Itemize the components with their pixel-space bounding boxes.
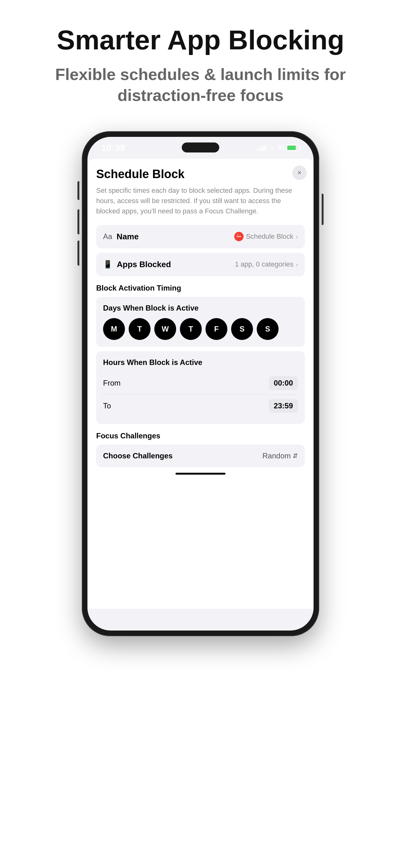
apps-blocked-row[interactable]: 📱 Apps Blocked 1 app, 0 categories › — [96, 253, 305, 276]
volume-up-button — [77, 209, 79, 234]
dynamic-island — [182, 143, 219, 153]
battery-indicator: 81 — [278, 144, 300, 151]
challenges-card[interactable]: Choose Challenges Random ⇵ — [96, 445, 305, 467]
phone-icon: 📱 — [103, 260, 112, 269]
modal-title: Schedule Block — [96, 167, 305, 181]
silent-button — [77, 181, 79, 200]
day-monday[interactable]: M — [103, 318, 125, 340]
challenges-label: Choose Challenges — [103, 452, 173, 460]
power-button — [322, 194, 324, 225]
days-row: M T W T F — [103, 318, 298, 340]
name-label: Name — [116, 232, 139, 242]
no-entry-icon: ⛔ — [234, 232, 244, 241]
day-thursday[interactable]: T — [180, 318, 202, 340]
modal-description: Set specific times each day to block sel… — [96, 185, 305, 216]
day-saturday[interactable]: S — [231, 318, 253, 340]
days-card: Days When Block is Active M T W — [96, 297, 305, 347]
day-tuesday[interactable]: T — [129, 318, 151, 340]
to-label: To — [103, 402, 111, 410]
apps-blocked-label: Apps Blocked — [117, 260, 171, 269]
name-value: Schedule Block — [246, 232, 294, 241]
to-row[interactable]: To 23:59 — [103, 394, 298, 417]
wifi-icon: ∿ — [269, 144, 275, 152]
from-value: 00:00 — [269, 376, 298, 390]
text-icon: Aa — [103, 232, 112, 241]
page-header: Smarter App Blocking Flexible schedules … — [0, 0, 401, 119]
block-timing-header: Block Activation Timing — [96, 284, 305, 292]
phone-frame: 10:39 ∿ 81 — [82, 131, 319, 636]
chevron-right-icon-2: › — [296, 261, 298, 268]
status-icons: ∿ 81 — [257, 144, 300, 152]
phone-screen: 10:39 ∿ 81 — [88, 137, 313, 630]
chevron-right-icon: › — [296, 233, 298, 240]
signal-icon — [257, 145, 266, 151]
name-row[interactable]: Aa Name ⛔ Schedule Block › — [96, 225, 305, 248]
from-row[interactable]: From 00:00 — [103, 372, 298, 394]
challenges-value: Random ⇵ — [262, 452, 298, 460]
to-value: 23:59 — [269, 399, 298, 413]
apps-blocked-value: 1 app, 0 categories — [235, 260, 293, 269]
days-card-title: Days When Block is Active — [103, 304, 298, 312]
status-time: 10:39 — [101, 143, 125, 153]
day-friday[interactable]: F — [205, 318, 227, 340]
hours-card: Hours When Block is Active From 00:00 To… — [96, 351, 305, 424]
hours-card-title: Hours When Block is Active — [103, 358, 298, 367]
updown-icon: ⇵ — [293, 452, 298, 460]
battery-icon — [286, 144, 300, 151]
from-label: From — [103, 379, 121, 388]
modal-background: × Schedule Block Set specific times each… — [88, 159, 313, 621]
focus-challenges-header: Focus Challenges — [96, 432, 305, 440]
close-button[interactable]: × — [292, 165, 307, 180]
battery-percent: 81 — [278, 144, 285, 151]
home-indicator — [175, 473, 226, 475]
modal-sheet: × Schedule Block Set specific times each… — [88, 159, 313, 609]
main-title: Smarter App Blocking — [19, 25, 382, 55]
volume-down-button — [77, 241, 79, 266]
subtitle: Flexible schedules & launch limits for d… — [19, 64, 382, 106]
day-sunday[interactable]: S — [257, 318, 278, 340]
day-wednesday[interactable]: W — [154, 318, 176, 340]
phone-mockup: 10:39 ∿ 81 — [82, 131, 319, 636]
